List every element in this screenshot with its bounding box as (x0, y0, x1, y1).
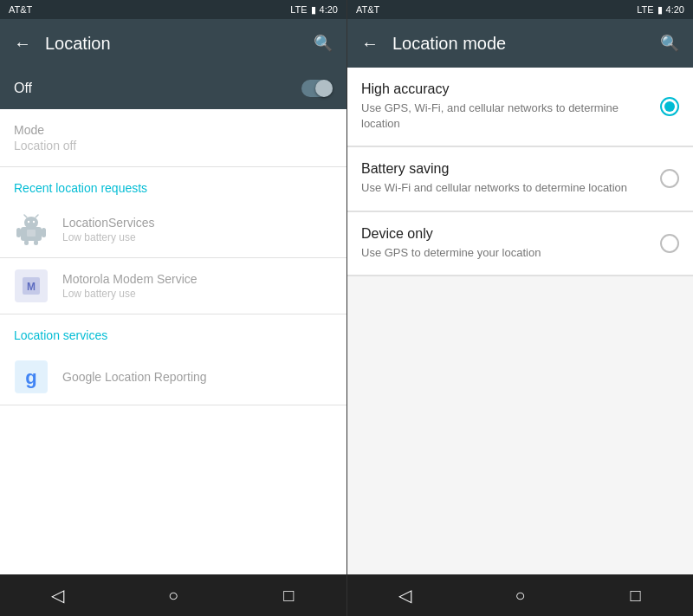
left-status-bar: AT&T LTE ▮ 4:20 (0, 0, 346, 19)
left-page-title: Location (45, 34, 300, 54)
device-only-radio[interactable] (660, 234, 679, 253)
google-logo: g (15, 360, 48, 393)
android-robot-icon (14, 212, 49, 247)
right-back-button[interactable]: ← (361, 34, 379, 54)
left-signal: LTE (290, 4, 307, 15)
list-item-google[interactable]: g Google Location Reporting (0, 349, 346, 405)
right-back-nav[interactable]: ◁ (388, 578, 423, 613)
recent-requests-header: Recent location requests (0, 167, 346, 202)
location-services-header: Location services (0, 314, 346, 349)
google-location-title: Google Location Reporting (62, 370, 207, 384)
left-search-icon[interactable]: 🔍 (314, 34, 333, 53)
svg-point-2 (28, 221, 29, 223)
mode-label: Mode (14, 123, 333, 137)
right-app-bar: ← Location mode 🔍 (347, 19, 693, 68)
battery-saving-text: Battery saving Use Wi-Fi and cellular ne… (361, 161, 650, 196)
right-status-bar: AT&T LTE ▮ 4:20 (347, 0, 693, 19)
high-accuracy-radio-fill (664, 101, 675, 112)
right-page-title: Location mode (392, 34, 646, 54)
device-only-title: Device only (361, 226, 650, 242)
right-home-nav[interactable]: ○ (503, 578, 538, 613)
left-time: 4:20 (320, 4, 338, 15)
svg-rect-9 (34, 240, 38, 245)
left-panel: AT&T LTE ▮ 4:20 ← Location 🔍 Off Mode Lo… (0, 0, 346, 616)
divider-3 (347, 276, 693, 276)
right-panel: AT&T LTE ▮ 4:20 ← Location mode 🔍 High a… (346, 0, 693, 616)
right-content: High accuracy Use GPS, Wi-Fi, and cellul… (347, 68, 693, 574)
device-only-text: Device only Use GPS to determine your lo… (361, 226, 650, 261)
svg-line-5 (36, 215, 38, 217)
location-toggle[interactable] (301, 80, 333, 97)
list-item-motorola[interactable]: M Motorola Modem Service Low battery use (0, 258, 346, 314)
location-services-subtitle: Low battery use (62, 231, 155, 243)
svg-text:g: g (25, 366, 36, 388)
left-carrier: AT&T (9, 4, 32, 15)
mode-value: Location off (14, 139, 333, 152)
battery-saving-option[interactable]: Battery saving Use Wi-Fi and cellular ne… (347, 147, 693, 211)
right-recent-nav[interactable]: □ (619, 578, 653, 613)
mode-section: Mode Location off (0, 109, 346, 167)
svg-line-4 (24, 215, 27, 217)
right-signal: LTE (637, 4, 653, 15)
left-back-nav[interactable]: ◁ (41, 578, 75, 613)
left-back-button[interactable]: ← (14, 34, 31, 54)
battery-saving-radio[interactable] (660, 169, 679, 188)
list-item-location-services[interactable]: LocationServices Low battery use (0, 202, 346, 258)
left-app-bar: ← Location 🔍 (0, 19, 346, 68)
svg-point-1 (24, 217, 38, 229)
high-accuracy-radio[interactable] (660, 97, 679, 116)
left-recent-nav[interactable]: □ (271, 578, 306, 613)
right-status-right: LTE ▮ 4:20 (637, 4, 684, 16)
motorola-title: Motorola Modem Service (62, 272, 198, 286)
location-services-text: LocationServices Low battery use (62, 216, 155, 243)
google-icon: g (14, 360, 49, 394)
high-accuracy-text: High accuracy Use GPS, Wi-Fi, and cellul… (361, 81, 650, 132)
high-accuracy-desc: Use GPS, Wi-Fi, and cellular networks to… (361, 101, 650, 132)
left-content: Mode Location off Recent location reques… (0, 109, 346, 574)
location-services-title: LocationServices (62, 216, 155, 230)
svg-text:M: M (27, 281, 36, 293)
motorola-text: Motorola Modem Service Low battery use (62, 272, 198, 300)
location-toggle-row[interactable]: Off (0, 68, 346, 109)
google-location-text: Google Location Reporting (62, 370, 207, 384)
device-only-option[interactable]: Device only Use GPS to determine your lo… (347, 212, 693, 276)
high-accuracy-title: High accuracy (361, 81, 650, 97)
battery-saving-desc: Use Wi-Fi and cellular networks to deter… (361, 180, 650, 196)
right-carrier: AT&T (356, 4, 379, 15)
left-battery-icon: ▮ (311, 4, 316, 16)
motorola-icon: M (14, 269, 49, 303)
battery-saving-title: Battery saving (361, 161, 650, 177)
svg-point-3 (33, 221, 35, 223)
motorola-subtitle: Low battery use (62, 288, 198, 300)
svg-rect-8 (24, 240, 29, 245)
left-home-nav[interactable]: ○ (156, 578, 191, 613)
right-nav-bar: ◁ ○ □ (347, 574, 693, 616)
svg-rect-7 (42, 228, 46, 237)
device-only-desc: Use GPS to determine your location (361, 245, 650, 261)
left-status-right: LTE ▮ 4:20 (290, 4, 338, 16)
left-nav-bar: ◁ ○ □ (0, 574, 346, 616)
motorola-logo: M (15, 269, 48, 302)
right-battery-icon: ▮ (657, 4, 663, 16)
high-accuracy-option[interactable]: High accuracy Use GPS, Wi-Fi, and cellul… (347, 68, 693, 146)
right-search-icon[interactable]: 🔍 (660, 34, 679, 53)
toggle-knob (315, 80, 333, 97)
svg-rect-6 (16, 228, 21, 237)
off-label: Off (14, 81, 32, 96)
right-time: 4:20 (666, 4, 684, 15)
svg-rect-10 (27, 230, 36, 237)
